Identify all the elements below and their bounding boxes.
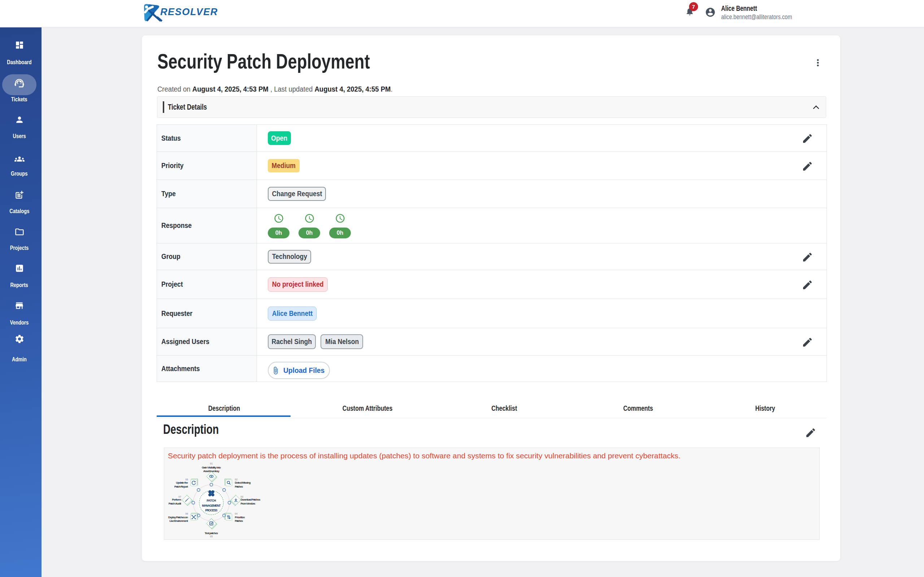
svg-text:PROCESS: PROCESS: [205, 508, 218, 512]
svg-text:Patch Audit: Patch Audit: [168, 502, 181, 505]
svg-text:Update the: Update the: [176, 481, 188, 484]
svg-text:Patches: Patches: [235, 519, 243, 522]
svg-text:Live Environment: Live Environment: [170, 519, 188, 522]
svg-text:Test patches: Test patches: [205, 532, 218, 535]
svg-text:Gain Visibility into: Gain Visibility into: [202, 466, 221, 469]
svg-text:08: 08: [185, 478, 188, 481]
svg-text:Perform: Perform: [172, 498, 181, 501]
svg-text:03: 03: [241, 495, 244, 498]
svg-text:Download Patches: Download Patches: [241, 498, 261, 501]
svg-text:MANAGEMENT: MANAGEMENT: [202, 504, 221, 508]
svg-text:02: 02: [235, 478, 238, 481]
svg-text:From Vendors: From Vendors: [241, 502, 256, 505]
svg-text:05: 05: [210, 535, 213, 538]
svg-text:04: 04: [235, 513, 238, 515]
svg-text:Patch Report: Patch Report: [174, 485, 188, 488]
svg-text:06: 06: [185, 513, 188, 515]
svg-text:PATCH: PATCH: [207, 499, 216, 502]
svg-text:01: 01: [210, 462, 213, 465]
svg-text:Deploy Patches on: Deploy Patches on: [168, 516, 188, 519]
svg-text:Patches: Patches: [235, 485, 243, 488]
svg-text:Prioritize: Prioritize: [235, 516, 246, 519]
svg-text:Detect Missing: Detect Missing: [235, 481, 251, 484]
svg-text:07: 07: [178, 495, 181, 498]
